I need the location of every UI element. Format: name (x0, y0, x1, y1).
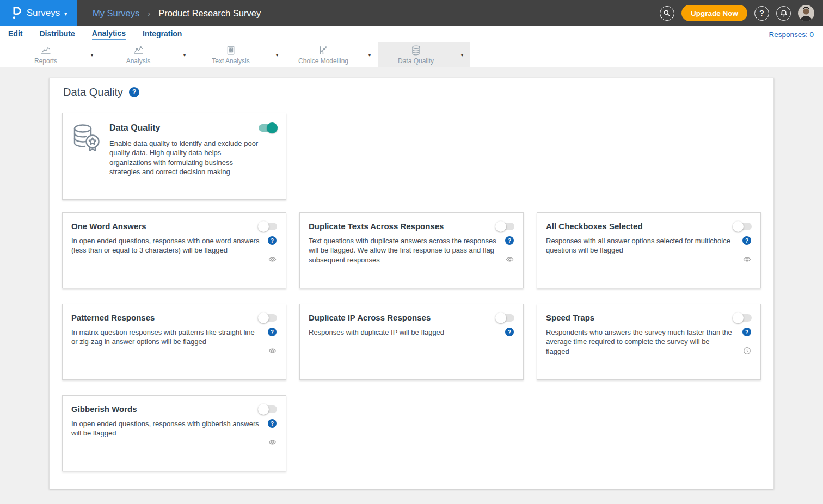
nav-tab-edit[interactable]: Edit (8, 29, 22, 39)
search-icon (663, 9, 671, 17)
survey-nav-items: EditDistributeAnalyticsIntegration (8, 29, 199, 40)
toggle-knob (267, 122, 278, 133)
tab-dropdown-caret[interactable]: ▾ (454, 42, 470, 67)
tab-dropdown-caret[interactable]: ▾ (176, 42, 193, 67)
nav-tab-distribute[interactable]: Distribute (39, 29, 75, 39)
rule-card-one-word-answers: One Word Answers In open ended questions… (62, 212, 286, 288)
toggle-knob (258, 404, 269, 415)
card-title: One Word Answers (71, 222, 146, 231)
eye-icon[interactable] (268, 438, 277, 446)
card-description: In open ended questions, responses with … (71, 419, 267, 446)
nav-tab-integration[interactable]: Integration (143, 29, 182, 39)
card-description: Responses with duplicate IP will be flag… (309, 328, 505, 337)
rule-card-duplicate-ip-across-responses: Duplicate IP Across Responses Responses … (299, 304, 524, 380)
help-icon[interactable]: ? (268, 419, 277, 428)
top-bar-main: My Surveys › Product Research Survey Upg… (77, 0, 823, 26)
tab-label: Data Quality (398, 57, 434, 65)
tab-main[interactable]: Analysis (100, 42, 176, 67)
one-word-answers-toggle[interactable] (259, 223, 277, 230)
tab-label: Analysis (126, 57, 151, 65)
duplicate-ip-across-responses-toggle[interactable] (496, 314, 514, 322)
tab-main[interactable]: Text Analysis (193, 42, 269, 67)
toggle-knob (495, 221, 506, 232)
tab-main[interactable]: Data Quality (378, 42, 454, 67)
toggle-knob (258, 221, 269, 232)
page-title: Data Quality (63, 86, 123, 99)
card-side-icons: ? (742, 328, 752, 356)
tab-main[interactable]: Reports (8, 42, 84, 67)
help-icon[interactable]: ? (505, 328, 514, 336)
card-title: Patterned Responses (71, 313, 155, 322)
eye-icon[interactable] (743, 255, 751, 263)
card-title: All Checkboxes Selected (546, 222, 643, 231)
tab-label: Text Analysis (212, 57, 249, 65)
toggle-knob (258, 312, 269, 323)
help-icon[interactable]: ? (268, 328, 277, 336)
data-quality-toggle[interactable] (259, 124, 277, 132)
panel-header: Data Quality ? (50, 78, 773, 106)
duplicate-texts-across-responses-toggle[interactable] (496, 223, 514, 230)
search-button[interactable] (660, 6, 674, 21)
gibberish-words-toggle[interactable] (259, 405, 277, 413)
help-icon[interactable]: ? (742, 236, 751, 245)
questionpro-logo-icon (10, 6, 22, 20)
rule-card-duplicate-texts-across-responses: Duplicate Texts Across Responses Text qu… (299, 212, 524, 288)
line-chart-icon (40, 45, 52, 56)
nav-tab-analytics[interactable]: Analytics (92, 29, 126, 40)
clock-icon[interactable] (743, 347, 751, 355)
panel-body: Data Quality Enable data quality to iden… (50, 106, 773, 478)
card-side-icons: ? (505, 328, 514, 337)
eye-icon[interactable] (268, 255, 277, 263)
tab-label: Choice Modelling (298, 57, 348, 65)
card-title: Duplicate Texts Across Responses (309, 222, 444, 231)
feature-card-title: Data Quality (109, 123, 160, 133)
analysis-chart-icon (133, 45, 144, 56)
all-checkboxes-selected-toggle[interactable] (733, 223, 752, 230)
rule-card-gibberish-words: Gibberish Words In open ended questions,… (62, 395, 286, 471)
product-switcher[interactable]: Surveys ▾ (0, 0, 77, 26)
chevron-down-icon: ▾ (64, 11, 67, 17)
card-side-icons: ? (267, 419, 277, 446)
analytics-toolbar: Reports ▾ Analysis ▾ Text Analysis ▾ Cho… (0, 42, 823, 67)
toolbar-tab-data-quality[interactable]: Data Quality ▾ (378, 42, 470, 67)
scatter-chart-icon (318, 45, 329, 56)
toolbar-tab-text-analysis[interactable]: Text Analysis ▾ (193, 42, 285, 67)
help-icon[interactable]: ? (268, 236, 277, 245)
card-side-icons: ? (267, 328, 277, 355)
card-title: Speed Traps (546, 313, 594, 322)
speed-traps-toggle[interactable] (733, 314, 752, 322)
patterned-responses-toggle[interactable] (259, 314, 277, 322)
help-icon[interactable]: ? (742, 328, 751, 336)
toggle-knob (733, 221, 744, 232)
toolbar-tab-analysis[interactable]: Analysis ▾ (100, 42, 193, 67)
breadcrumb-current-survey: Product Research Survey (158, 8, 261, 19)
card-title: Gibberish Words (71, 404, 137, 414)
tab-dropdown-caret[interactable]: ▾ (269, 42, 285, 67)
eye-icon[interactable] (506, 255, 514, 263)
toggle-knob (733, 312, 744, 323)
toolbar-tab-choice-modelling[interactable]: Choice Modelling ▾ (285, 42, 378, 67)
brand-label: Surveys (27, 8, 60, 19)
tab-dropdown-caret[interactable]: ▾ (361, 42, 378, 67)
tab-dropdown-caret[interactable]: ▾ (84, 42, 100, 67)
avatar[interactable] (798, 5, 814, 21)
data-quality-panel: Data Quality ? Data Quality Enable data … (49, 78, 774, 489)
eye-icon[interactable] (268, 347, 277, 355)
upgrade-now-button[interactable]: Upgrade Now (681, 5, 747, 21)
toggle-knob (495, 312, 506, 323)
card-side-icons: ? (505, 236, 514, 265)
data-quality-help-icon[interactable]: ? (129, 87, 139, 97)
content-area: Data Quality ? Data Quality Enable data … (0, 67, 823, 504)
notifications-button[interactable] (776, 6, 791, 21)
card-description: Respondents who answers the survey much … (546, 328, 742, 356)
avatar-photo (798, 5, 814, 21)
rule-card-speed-traps: Speed Traps Respondents who answers the … (537, 304, 761, 380)
card-description: In matrix question responses with patter… (71, 328, 267, 355)
toolbar-tab-reports[interactable]: Reports ▾ (8, 42, 100, 67)
database-icon (410, 45, 422, 56)
breadcrumb-my-surveys[interactable]: My Surveys (93, 8, 139, 19)
tab-main[interactable]: Choice Modelling (285, 42, 361, 67)
card-description: Responses with all answer options select… (546, 236, 742, 263)
help-button[interactable]: ? (754, 6, 769, 21)
help-icon[interactable]: ? (505, 236, 514, 245)
